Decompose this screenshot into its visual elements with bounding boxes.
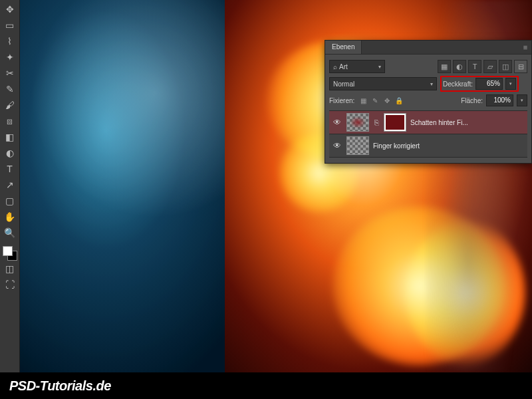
- panel-menu-icon[interactable]: ≡: [519, 43, 531, 51]
- tool-eyedropper[interactable]: ✎: [3, 82, 17, 96]
- foreground-swatch[interactable]: [3, 246, 13, 256]
- tool-brush[interactable]: 🖌: [3, 98, 17, 112]
- tool-stamp[interactable]: ⧇: [3, 114, 17, 128]
- layer-filter-select[interactable]: ⌕ Art ▾: [329, 60, 385, 73]
- mask-link-icon[interactable]: ⎘: [373, 118, 380, 126]
- layer-thumbnail[interactable]: [346, 113, 369, 132]
- filter-smart-icon[interactable]: ◫: [499, 60, 512, 73]
- layers-panel: Ebenen ≡ ⌕ Art ▾ ▦ ◐ T ▱ ◫ ⊟: [325, 40, 532, 164]
- opacity-highlight: Deckkraft: 65% ▾: [440, 76, 519, 92]
- filter-toggle-icon[interactable]: ⊟: [514, 60, 527, 73]
- tools-toolbar: ✥ ▭ ⌇ ✦ ✂ ✎ 🖌 ⧇ ◧ ◐ T ↗ ▢ ✋ 🔍 ◫ ⛶: [0, 0, 20, 399]
- panel-header: Ebenen ≡: [325, 41, 531, 55]
- layer-list: 👁 ⎘ Schatten hinter Fi... 👁 Finger korri…: [329, 110, 527, 158]
- opacity-dropdown[interactable]: ▾: [505, 78, 516, 90]
- opacity-value[interactable]: 65%: [475, 78, 503, 90]
- chevron-down-icon: ▾: [430, 81, 433, 87]
- magnify-icon: ⌕: [333, 63, 337, 70]
- layer-thumbnail[interactable]: [346, 136, 369, 155]
- watermark-text: PSD-Tutorials.de: [9, 378, 111, 394]
- layer-name[interactable]: Finger korrigiert: [373, 142, 525, 150]
- tool-zoom[interactable]: 🔍: [3, 225, 17, 240]
- filter-adjust-icon[interactable]: ◐: [453, 60, 466, 73]
- lock-all-icon[interactable]: 🔒: [394, 95, 404, 106]
- filter-pixel-icon[interactable]: ▦: [438, 60, 451, 73]
- lock-pixels-icon[interactable]: ✎: [370, 95, 380, 106]
- tool-move[interactable]: ✥: [3, 2, 17, 17]
- filter-type-icon[interactable]: T: [468, 60, 481, 73]
- layer-mask-thumbnail[interactable]: [384, 113, 406, 132]
- lock-position-icon[interactable]: ✥: [382, 95, 392, 106]
- fill-value[interactable]: 100%: [486, 94, 513, 106]
- tool-shape[interactable]: ▢: [3, 194, 17, 208]
- tool-marquee[interactable]: ▭: [3, 18, 17, 33]
- visibility-eye-icon[interactable]: 👁: [332, 117, 342, 128]
- tool-hand[interactable]: ✋: [3, 209, 17, 224]
- layer-row[interactable]: 👁 ⎘ Schatten hinter Fi...: [329, 111, 527, 134]
- tool-eraser[interactable]: ◧: [3, 130, 17, 144]
- visibility-eye-icon[interactable]: 👁: [332, 140, 342, 151]
- layer-row[interactable]: 👁 Finger korrigiert: [329, 134, 527, 158]
- tool-quickmask[interactable]: ◫: [3, 261, 17, 276]
- tool-lasso[interactable]: ⌇: [3, 34, 17, 49]
- tool-wand[interactable]: ✦: [3, 50, 17, 65]
- tool-type[interactable]: T: [3, 162, 17, 176]
- chevron-down-icon: ▾: [378, 64, 381, 70]
- color-swatches[interactable]: [3, 246, 17, 261]
- opacity-label: Deckkraft:: [443, 80, 473, 88]
- tab-layers[interactable]: Ebenen: [325, 41, 362, 54]
- fill-label: Fläche:: [461, 97, 483, 104]
- tool-path[interactable]: ↗: [3, 178, 17, 192]
- tool-gradient[interactable]: ◐: [3, 146, 17, 160]
- watermark-bar: PSD-Tutorials.de: [0, 372, 532, 399]
- layer-name[interactable]: Schatten hinter Fi...: [410, 119, 525, 126]
- lock-label: Fixieren:: [329, 97, 354, 104]
- filter-shape-icon[interactable]: ▱: [483, 60, 497, 73]
- blend-mode-select[interactable]: Normal ▾: [329, 77, 437, 90]
- tool-crop[interactable]: ✂: [3, 66, 17, 80]
- tool-screenmode[interactable]: ⛶: [3, 277, 17, 292]
- fill-dropdown[interactable]: ▾: [517, 94, 527, 106]
- lock-transparency-icon[interactable]: ▦: [358, 95, 368, 106]
